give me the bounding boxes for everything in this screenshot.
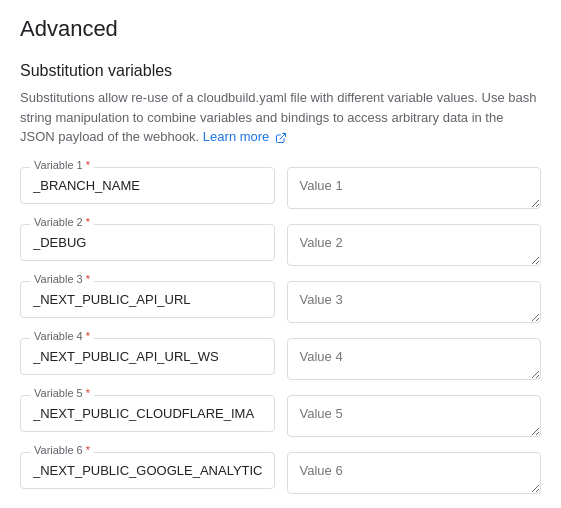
variable-3-value-group bbox=[287, 281, 542, 326]
description-text: Substitutions allow re-use of a cloudbui… bbox=[20, 88, 541, 147]
variable-1-name-label: Variable 1 * bbox=[30, 159, 94, 171]
required-marker: * bbox=[86, 387, 90, 399]
variable-3-name-input[interactable] bbox=[20, 281, 275, 318]
variable-4-name-group: Variable 4 * bbox=[20, 338, 275, 375]
page-title: Advanced bbox=[20, 16, 541, 42]
variable-row: Variable 6 * bbox=[20, 452, 541, 497]
variable-3-name-group: Variable 3 * bbox=[20, 281, 275, 318]
variable-2-value-input[interactable] bbox=[287, 224, 542, 266]
variable-row: Variable 4 * bbox=[20, 338, 541, 383]
variable-5-value-group bbox=[287, 395, 542, 440]
variable-6-value-input[interactable] bbox=[287, 452, 542, 494]
variables-list: Variable 1 *Variable 2 *Variable 3 *Vari… bbox=[20, 167, 541, 497]
variable-2-name-group: Variable 2 * bbox=[20, 224, 275, 261]
variable-row: Variable 3 * bbox=[20, 281, 541, 326]
variable-4-name-input[interactable] bbox=[20, 338, 275, 375]
variable-2-name-input[interactable] bbox=[20, 224, 275, 261]
variable-6-value-group bbox=[287, 452, 542, 497]
variable-6-name-group: Variable 6 * bbox=[20, 452, 275, 489]
variable-4-value-group bbox=[287, 338, 542, 383]
required-marker: * bbox=[86, 273, 90, 285]
variable-1-name-group: Variable 1 * bbox=[20, 167, 275, 204]
section-title: Substitution variables bbox=[20, 62, 541, 80]
variable-4-value-input[interactable] bbox=[287, 338, 542, 380]
variable-6-name-label: Variable 6 * bbox=[30, 444, 94, 456]
variable-3-name-label: Variable 3 * bbox=[30, 273, 94, 285]
variable-5-name-input[interactable] bbox=[20, 395, 275, 432]
external-link-icon bbox=[275, 132, 287, 144]
variable-5-value-input[interactable] bbox=[287, 395, 542, 437]
variable-6-name-input[interactable] bbox=[20, 452, 275, 489]
variable-row: Variable 1 * bbox=[20, 167, 541, 212]
variable-5-name-group: Variable 5 * bbox=[20, 395, 275, 432]
variable-1-value-group bbox=[287, 167, 542, 212]
variable-1-name-input[interactable] bbox=[20, 167, 275, 204]
required-marker: * bbox=[86, 159, 90, 171]
variable-row: Variable 5 * bbox=[20, 395, 541, 440]
variable-5-name-label: Variable 5 * bbox=[30, 387, 94, 399]
required-marker: * bbox=[86, 444, 90, 456]
learn-more-link[interactable]: Learn more bbox=[203, 129, 287, 144]
variable-4-name-label: Variable 4 * bbox=[30, 330, 94, 342]
variable-1-value-input[interactable] bbox=[287, 167, 542, 209]
required-marker: * bbox=[86, 216, 90, 228]
variable-2-value-group bbox=[287, 224, 542, 269]
svg-line-0 bbox=[280, 133, 286, 139]
variable-2-name-label: Variable 2 * bbox=[30, 216, 94, 228]
variable-3-value-input[interactable] bbox=[287, 281, 542, 323]
variable-row: Variable 2 * bbox=[20, 224, 541, 269]
required-marker: * bbox=[86, 330, 90, 342]
